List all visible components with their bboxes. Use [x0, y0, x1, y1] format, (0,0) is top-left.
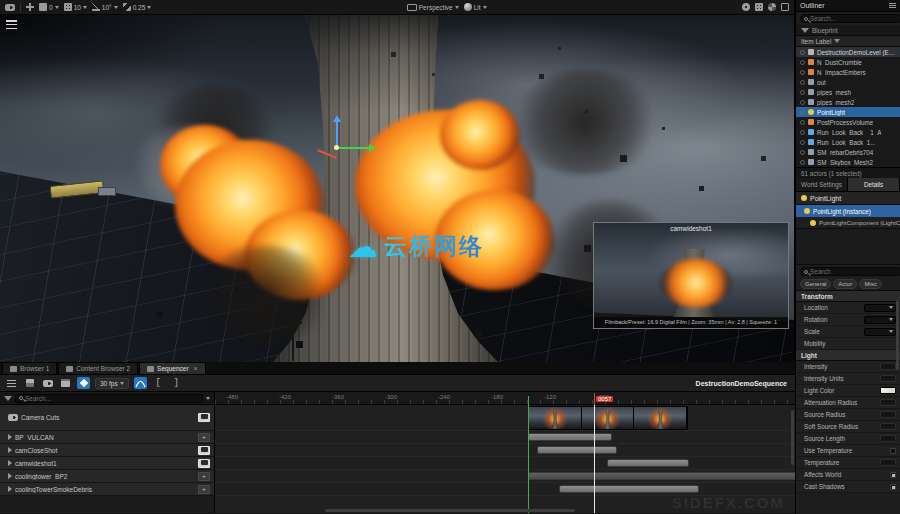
affects-world-checkbox[interactable] [890, 472, 896, 478]
camera-lock-button[interactable] [198, 459, 210, 468]
camera-cut-thumbnail[interactable] [582, 407, 635, 429]
rotation-dropdown[interactable] [864, 316, 896, 324]
outliner-row[interactable]: Run_Look_Back_1... [796, 137, 900, 147]
visibility-eye-icon[interactable] [800, 60, 805, 65]
visibility-eye-icon[interactable] [800, 140, 805, 145]
outliner-row[interactable]: PostProcessVolume [796, 117, 900, 127]
sequencer-options-menu-icon[interactable] [5, 377, 18, 389]
filter-icon[interactable] [4, 396, 12, 401]
scale-snap-control[interactable]: 0.25 [123, 3, 152, 11]
visibility-eye-icon[interactable] [800, 90, 805, 95]
transform-tool-button[interactable] [26, 3, 34, 11]
show-flags-icon[interactable] [742, 3, 750, 11]
track-bp-vulcan[interactable]: BP_VULCAN + [0, 431, 214, 444]
save-sequence-icon[interactable] [23, 377, 36, 389]
viewport-scene[interactable]: ☁ 云桥网络 camwideshot1 Filmback/Preset: 16.… [0, 15, 794, 362]
tab-details[interactable]: Details [848, 178, 900, 191]
outliner-row[interactable]: N_ImpactEmbers [796, 67, 900, 77]
fps-dropdown[interactable]: 30 fps [95, 378, 129, 389]
outliner-row[interactable]: N_DustCrumble [796, 57, 900, 67]
camera-cut-thumbnail[interactable] [529, 407, 582, 429]
details-search-input[interactable] [810, 268, 898, 275]
component-row-lightcomponent[interactable]: PointLightComponent (LightC... [796, 217, 900, 229]
sequencer-clip[interactable] [559, 485, 699, 493]
sequencer-clip[interactable] [607, 459, 689, 467]
outliner-menu-icon[interactable] [889, 3, 896, 8]
keyframe-mode-icon[interactable] [77, 377, 90, 389]
tab-content-browser-1[interactable]: Browser 1 [2, 362, 57, 374]
sequencer-clip[interactable] [528, 433, 612, 441]
intensity-input[interactable] [880, 363, 896, 370]
outliner-filter-row[interactable]: Blueprint [796, 25, 900, 36]
details-scrollbar[interactable] [896, 300, 899, 370]
light-color-swatch[interactable] [880, 387, 896, 394]
temperature-input[interactable] [880, 459, 896, 466]
track-coolingtower-bp2[interactable]: coolingtower_BP2 + [0, 470, 214, 483]
cast-shadows-checkbox[interactable] [890, 484, 896, 490]
playhead-line[interactable] [594, 405, 595, 513]
filter-chip-misc[interactable]: Misc [859, 279, 881, 289]
visibility-eye-icon[interactable] [800, 110, 805, 115]
visibility-eye-icon[interactable] [800, 100, 805, 105]
section-transform[interactable]: Transform [796, 291, 900, 302]
use-temperature-checkbox[interactable] [890, 448, 896, 454]
outliner-row[interactable]: SM_Skybox_Mesh2 [796, 157, 900, 167]
visibility-eye-icon[interactable] [800, 160, 805, 165]
add-section-button[interactable]: + [198, 472, 210, 481]
expand-arrow-icon[interactable] [8, 473, 12, 479]
outliner-row[interactable]: Run_Look_Back__1_A [796, 127, 900, 137]
chevron-down-icon[interactable] [206, 397, 210, 400]
sequence-name[interactable]: DestructionDemoSequence [696, 380, 790, 387]
outliner-column-header[interactable]: Item Label [796, 36, 900, 47]
visibility-eye-icon[interactable] [800, 70, 805, 75]
set-end-range-icon[interactable]: ] [170, 377, 183, 389]
expand-arrow-icon[interactable] [8, 434, 12, 440]
location-dropdown[interactable] [864, 304, 896, 312]
maximize-viewport-icon[interactable] [781, 3, 789, 11]
outliner-title[interactable]: Outliner [800, 2, 825, 9]
source-length-input[interactable] [880, 435, 896, 442]
outliner-row-selected[interactable]: PointLight [796, 107, 900, 117]
gizmo-y-axis-arrow[interactable] [338, 147, 370, 149]
viewport-settings-icon[interactable] [768, 3, 776, 11]
expand-arrow-icon[interactable] [8, 486, 12, 492]
soft-source-radius-input[interactable] [880, 423, 896, 430]
tab-sequencer[interactable]: Sequencer× [139, 362, 206, 374]
add-section-button[interactable]: + [198, 433, 210, 442]
outliner-row[interactable]: pipes_mesh2 [796, 97, 900, 107]
visibility-eye-icon[interactable] [800, 50, 805, 55]
timeline-vertical-scrollbar[interactable] [791, 410, 794, 465]
set-start-range-icon[interactable]: [ [152, 377, 165, 389]
outliner-row[interactable]: SM_rebarDebris704 [796, 147, 900, 157]
viewport-camera-icon[interactable] [5, 4, 15, 11]
scale-dropdown[interactable] [864, 328, 896, 336]
camera-lock-button[interactable] [198, 446, 210, 455]
track-camwideshot1[interactable]: camwideshot1 [0, 457, 214, 470]
track-camcloseshot[interactable]: camCloseShot [0, 444, 214, 457]
close-tab-icon[interactable]: × [194, 365, 198, 372]
track-camera-cuts[interactable]: Camera Cuts [0, 405, 214, 431]
visibility-eye-icon[interactable] [800, 150, 805, 155]
viewport-menu-icon[interactable] [6, 20, 17, 29]
playback-start-marker[interactable] [528, 396, 529, 513]
surface-snap-control[interactable]: 0 [39, 3, 59, 11]
perspective-dropdown[interactable]: Perspective [407, 4, 459, 11]
filter-chip-actor[interactable]: Actor [833, 279, 857, 289]
sequencer-clip[interactable] [537, 446, 617, 454]
gizmo-origin[interactable] [334, 145, 339, 150]
visibility-eye-icon[interactable] [800, 80, 805, 85]
attenuation-radius-input[interactable] [880, 399, 896, 406]
outliner-row[interactable]: pipes_mesh [796, 87, 900, 97]
camera-cut-thumbnail[interactable] [634, 407, 687, 429]
playhead-marker[interactable]: 0057 [594, 393, 613, 405]
visibility-eye-icon[interactable] [800, 120, 805, 125]
outliner-row[interactable]: out [796, 77, 900, 87]
section-light[interactable]: Light [796, 350, 900, 361]
viewport-grid-icon[interactable] [755, 3, 763, 11]
timeline-horizontal-scrollbar[interactable] [325, 509, 575, 512]
camera-lock-button[interactable] [198, 413, 210, 422]
visibility-eye-icon[interactable] [800, 130, 805, 135]
view-mode-dropdown[interactable]: Lit [464, 3, 487, 11]
add-section-button[interactable]: + [198, 485, 210, 494]
tab-content-browser-2[interactable]: Content Browser 2 [58, 362, 138, 374]
